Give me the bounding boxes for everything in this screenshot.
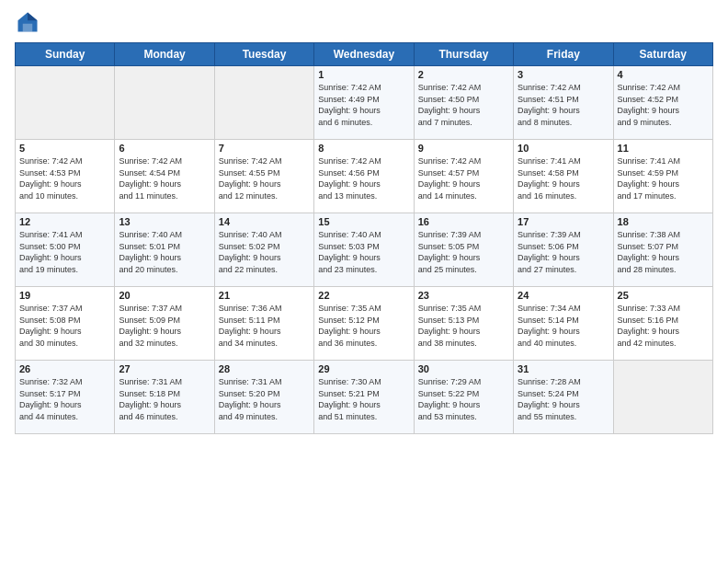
day-number: 11 xyxy=(618,143,709,154)
week-row-4: 26Sunrise: 7:32 AM Sunset: 5:17 PM Dayli… xyxy=(16,361,713,434)
day-cell: 11Sunrise: 7:41 AM Sunset: 4:59 PM Dayli… xyxy=(613,140,712,213)
day-number: 15 xyxy=(318,216,409,227)
day-cell: 5Sunrise: 7:42 AM Sunset: 4:53 PM Daylig… xyxy=(16,140,115,213)
day-number: 12 xyxy=(19,216,110,227)
day-cell: 23Sunrise: 7:35 AM Sunset: 5:13 PM Dayli… xyxy=(414,287,513,361)
day-number: 24 xyxy=(518,290,609,301)
day-number: 7 xyxy=(219,143,310,154)
day-info: Sunrise: 7:37 AM Sunset: 5:08 PM Dayligh… xyxy=(19,303,110,349)
day-info: Sunrise: 7:39 AM Sunset: 5:05 PM Dayligh… xyxy=(418,229,509,275)
day-info: Sunrise: 7:42 AM Sunset: 4:57 PM Dayligh… xyxy=(418,155,509,201)
day-cell: 6Sunrise: 7:42 AM Sunset: 4:54 PM Daylig… xyxy=(115,140,214,213)
day-info: Sunrise: 7:42 AM Sunset: 4:53 PM Dayligh… xyxy=(19,155,110,201)
day-cell: 14Sunrise: 7:40 AM Sunset: 5:02 PM Dayli… xyxy=(214,213,313,287)
day-number: 27 xyxy=(119,363,210,374)
day-info: Sunrise: 7:31 AM Sunset: 5:20 PM Dayligh… xyxy=(219,376,310,422)
calendar-table: SundayMondayTuesdayWednesdayThursdayFrid… xyxy=(15,42,713,434)
week-row-3: 19Sunrise: 7:37 AM Sunset: 5:08 PM Dayli… xyxy=(16,287,713,361)
day-info: Sunrise: 7:35 AM Sunset: 5:12 PM Dayligh… xyxy=(318,303,409,349)
day-number: 18 xyxy=(618,216,709,227)
day-number: 28 xyxy=(219,363,310,374)
weekday-header-friday: Friday xyxy=(514,43,613,66)
weekday-header-thursday: Thursday xyxy=(414,43,513,66)
day-info: Sunrise: 7:38 AM Sunset: 5:07 PM Dayligh… xyxy=(618,229,709,275)
day-number: 1 xyxy=(318,69,409,80)
day-number: 22 xyxy=(318,290,409,301)
weekday-header-wednesday: Wednesday xyxy=(314,43,414,66)
day-info: Sunrise: 7:39 AM Sunset: 5:06 PM Dayligh… xyxy=(518,229,609,275)
day-info: Sunrise: 7:42 AM Sunset: 4:56 PM Dayligh… xyxy=(318,155,409,201)
logo-icon xyxy=(15,9,40,35)
day-cell: 13Sunrise: 7:40 AM Sunset: 5:01 PM Dayli… xyxy=(115,213,214,287)
day-cell: 20Sunrise: 7:37 AM Sunset: 5:09 PM Dayli… xyxy=(115,287,214,361)
day-info: Sunrise: 7:42 AM Sunset: 4:55 PM Dayligh… xyxy=(219,155,310,201)
day-number: 13 xyxy=(119,216,210,227)
week-row-0: 1Sunrise: 7:42 AM Sunset: 4:49 PM Daylig… xyxy=(16,66,713,140)
day-cell: 21Sunrise: 7:36 AM Sunset: 5:11 PM Dayli… xyxy=(214,287,313,361)
day-cell: 31Sunrise: 7:28 AM Sunset: 5:24 PM Dayli… xyxy=(514,361,613,434)
weekday-header-tuesday: Tuesday xyxy=(214,43,313,66)
day-cell: 16Sunrise: 7:39 AM Sunset: 5:05 PM Dayli… xyxy=(414,213,513,287)
day-number: 19 xyxy=(19,290,110,301)
day-number: 30 xyxy=(418,363,509,374)
day-number: 20 xyxy=(119,290,210,301)
day-cell xyxy=(613,361,712,434)
day-info: Sunrise: 7:29 AM Sunset: 5:22 PM Dayligh… xyxy=(418,376,509,422)
day-cell: 22Sunrise: 7:35 AM Sunset: 5:12 PM Dayli… xyxy=(314,287,414,361)
day-number: 10 xyxy=(518,143,609,154)
day-info: Sunrise: 7:42 AM Sunset: 4:52 PM Dayligh… xyxy=(618,82,709,128)
day-number: 5 xyxy=(19,143,110,154)
day-cell: 24Sunrise: 7:34 AM Sunset: 5:14 PM Dayli… xyxy=(514,287,613,361)
day-info: Sunrise: 7:30 AM Sunset: 5:21 PM Dayligh… xyxy=(318,376,409,422)
day-cell: 27Sunrise: 7:31 AM Sunset: 5:18 PM Dayli… xyxy=(115,361,214,434)
day-info: Sunrise: 7:31 AM Sunset: 5:18 PM Dayligh… xyxy=(119,376,210,422)
week-row-2: 12Sunrise: 7:41 AM Sunset: 5:00 PM Dayli… xyxy=(16,213,713,287)
day-number: 31 xyxy=(518,363,609,374)
day-cell: 4Sunrise: 7:42 AM Sunset: 4:52 PM Daylig… xyxy=(613,66,712,140)
day-number: 29 xyxy=(318,363,409,374)
day-cell xyxy=(115,66,214,140)
day-cell: 17Sunrise: 7:39 AM Sunset: 5:06 PM Dayli… xyxy=(514,213,613,287)
day-number: 21 xyxy=(219,290,310,301)
logo xyxy=(15,9,44,35)
weekday-header-sunday: Sunday xyxy=(16,43,115,66)
day-cell: 1Sunrise: 7:42 AM Sunset: 4:49 PM Daylig… xyxy=(314,66,414,140)
day-number: 6 xyxy=(119,143,210,154)
svg-rect-2 xyxy=(23,24,33,32)
day-cell xyxy=(214,66,313,140)
day-info: Sunrise: 7:32 AM Sunset: 5:17 PM Dayligh… xyxy=(19,376,110,422)
day-info: Sunrise: 7:41 AM Sunset: 4:58 PM Dayligh… xyxy=(518,155,609,201)
day-info: Sunrise: 7:42 AM Sunset: 4:51 PM Dayligh… xyxy=(518,82,609,128)
day-number: 8 xyxy=(318,143,409,154)
day-number: 16 xyxy=(418,216,509,227)
day-number: 23 xyxy=(418,290,509,301)
day-cell: 7Sunrise: 7:42 AM Sunset: 4:55 PM Daylig… xyxy=(214,140,313,213)
day-number: 2 xyxy=(418,69,509,80)
day-number: 4 xyxy=(618,69,709,80)
svg-marker-1 xyxy=(28,13,38,21)
day-number: 3 xyxy=(518,69,609,80)
header xyxy=(15,9,713,35)
day-cell: 19Sunrise: 7:37 AM Sunset: 5:08 PM Dayli… xyxy=(16,287,115,361)
day-number: 25 xyxy=(618,290,709,301)
day-info: Sunrise: 7:42 AM Sunset: 4:49 PM Dayligh… xyxy=(318,82,409,128)
day-cell: 9Sunrise: 7:42 AM Sunset: 4:57 PM Daylig… xyxy=(414,140,513,213)
day-number: 26 xyxy=(19,363,110,374)
day-number: 17 xyxy=(518,216,609,227)
day-info: Sunrise: 7:42 AM Sunset: 4:54 PM Dayligh… xyxy=(119,155,210,201)
day-info: Sunrise: 7:28 AM Sunset: 5:24 PM Dayligh… xyxy=(518,376,609,422)
day-info: Sunrise: 7:40 AM Sunset: 5:02 PM Dayligh… xyxy=(219,229,310,275)
weekday-header-monday: Monday xyxy=(115,43,214,66)
day-cell xyxy=(16,66,115,140)
day-info: Sunrise: 7:33 AM Sunset: 5:16 PM Dayligh… xyxy=(618,303,709,349)
day-info: Sunrise: 7:41 AM Sunset: 5:00 PM Dayligh… xyxy=(19,229,110,275)
day-info: Sunrise: 7:41 AM Sunset: 4:59 PM Dayligh… xyxy=(618,155,709,201)
page: SundayMondayTuesdayWednesdayThursdayFrid… xyxy=(0,0,728,563)
day-cell: 3Sunrise: 7:42 AM Sunset: 4:51 PM Daylig… xyxy=(514,66,613,140)
day-cell: 15Sunrise: 7:40 AM Sunset: 5:03 PM Dayli… xyxy=(314,213,414,287)
day-info: Sunrise: 7:40 AM Sunset: 5:03 PM Dayligh… xyxy=(318,229,409,275)
day-info: Sunrise: 7:34 AM Sunset: 5:14 PM Dayligh… xyxy=(518,303,609,349)
day-cell: 26Sunrise: 7:32 AM Sunset: 5:17 PM Dayli… xyxy=(16,361,115,434)
day-info: Sunrise: 7:36 AM Sunset: 5:11 PM Dayligh… xyxy=(219,303,310,349)
day-info: Sunrise: 7:37 AM Sunset: 5:09 PM Dayligh… xyxy=(119,303,210,349)
